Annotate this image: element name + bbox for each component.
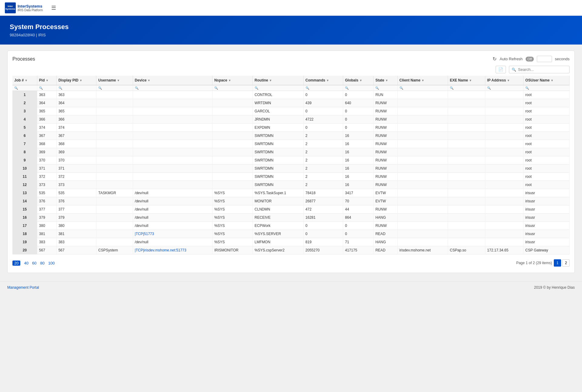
- cell-routine: ECPWork: [253, 222, 303, 230]
- table-row[interactable]: 7368368SWRTDMN216RUNWroot: [12, 140, 570, 148]
- cell-display_pid: 379: [56, 214, 96, 222]
- table-row[interactable]: 2364364WRTDMN439640RUNWroot: [12, 99, 570, 107]
- search-input[interactable]: [518, 67, 567, 72]
- cell-globals: 16: [343, 156, 373, 164]
- hamburger-menu[interactable]: ☰: [51, 5, 56, 11]
- table-row[interactable]: 19383383/dev/null%SYSLMFMON81971HANGiris…: [12, 238, 570, 246]
- processes-table: Job #▼ Pid▼ Display PID▼ Username▼ Devic…: [12, 76, 570, 254]
- cell-nspace: %SYS: [212, 197, 253, 205]
- col-device[interactable]: Device▼: [133, 76, 212, 85]
- page-size-80[interactable]: 80: [40, 261, 44, 266]
- cell-ip_address: [485, 107, 523, 115]
- table-row[interactable]: 20567567CSPSystem|TCP|irisdev.mshome.net…: [12, 246, 570, 254]
- cell-client_name: [397, 230, 448, 238]
- cell-routine: SWRTDMN: [253, 148, 303, 156]
- page-size-40[interactable]: 40: [24, 261, 28, 266]
- col-osuser-name[interactable]: OSUser Name▼: [523, 76, 570, 85]
- cell-osuser_name: irisusr: [523, 222, 570, 230]
- col-globals[interactable]: Globals▼: [343, 76, 373, 85]
- cell-pid: 369: [37, 148, 56, 156]
- cell-state: RUNW: [373, 205, 397, 214]
- table-row[interactable]: 14376376/dev/null%SYSMONITOR2687770EVTWi…: [12, 197, 570, 205]
- col-commands[interactable]: Commands▼: [303, 76, 343, 85]
- col-ip-address[interactable]: IP Address▼: [485, 76, 523, 85]
- col-username[interactable]: Username▼: [96, 76, 133, 85]
- cell-globals: 0: [343, 115, 373, 124]
- col-exe-name[interactable]: EXE Name▼: [448, 76, 485, 85]
- cell-nspace: [212, 181, 253, 189]
- cell-state: RUNW: [373, 181, 397, 189]
- cell-osuser_name: root: [523, 115, 570, 124]
- page-btn-1[interactable]: 1: [554, 259, 561, 267]
- cell-exe_name: [448, 222, 485, 230]
- cell-pid: 365: [37, 107, 56, 115]
- cell-device: [133, 132, 212, 140]
- cell-routine: MONITOR: [253, 197, 303, 205]
- table-row[interactable]: 4366366JRNDMN47220RUNWroot: [12, 115, 570, 124]
- table-row[interactable]: 11372372SWRTDMN216RUNWroot: [12, 173, 570, 181]
- table-row[interactable]: 13535535TASKMGR/dev/null%SYS%SYS.TaskSup…: [12, 189, 570, 197]
- cell-globals: 16: [343, 148, 373, 156]
- cell-device: [133, 156, 212, 164]
- table-row[interactable]: 12373373SWRTDMN216RUNWroot: [12, 181, 570, 189]
- cell-globals: 16: [343, 164, 373, 173]
- cell-username: [96, 205, 133, 214]
- cell-client_name: [397, 173, 448, 181]
- page-size-20[interactable]: 20: [12, 261, 20, 266]
- table-row[interactable]: 9370370SWRTDMN216RUNWroot: [12, 156, 570, 164]
- cell-state: RUNW: [373, 115, 397, 124]
- cell-routine: SWRTDMN: [253, 140, 303, 148]
- col-pid[interactable]: Pid▼: [37, 76, 56, 85]
- cell-exe_name: [448, 91, 485, 99]
- page-size-60[interactable]: 60: [32, 261, 36, 266]
- cell-commands: 2: [303, 173, 343, 181]
- cell-exe_name: [448, 181, 485, 189]
- auto-refresh-toggle[interactable]: Off: [526, 57, 534, 61]
- cell-pid: 376: [37, 197, 56, 205]
- refresh-button[interactable]: ↻: [493, 56, 497, 62]
- table-row[interactable]: 15377377/dev/null%SYSCLNDMN47244RUNWiris…: [12, 205, 570, 214]
- table-row[interactable]: 5374374EXPDMN00RUNWroot: [12, 124, 570, 132]
- table-row[interactable]: 17380380/dev/null%SYSECPWork00RUNWirisus…: [12, 222, 570, 230]
- col-job[interactable]: Job #▼: [12, 76, 37, 85]
- page-size-100[interactable]: 100: [48, 261, 55, 266]
- cell-commands: 0: [303, 124, 343, 132]
- cell-globals: 3417: [343, 189, 373, 197]
- cell-osuser_name: root: [523, 156, 570, 164]
- cell-state: RUNW: [373, 222, 397, 230]
- cell-commands: 0: [303, 230, 343, 238]
- cell-client_name: [397, 107, 448, 115]
- cell-state: HANG: [373, 214, 397, 222]
- cell-display_pid: 365: [56, 107, 96, 115]
- cell-routine: CONTROL: [253, 91, 303, 99]
- cell-client_name: [397, 181, 448, 189]
- col-nspace[interactable]: Nspace▼: [212, 76, 253, 85]
- col-display-pid[interactable]: Display PID▼: [56, 76, 96, 85]
- table-row[interactable]: 3365365GARCOL00RUNWroot: [12, 107, 570, 115]
- col-client-name[interactable]: Client Name▼: [397, 76, 448, 85]
- table-row[interactable]: 6367367SWRTDMN216RUNWroot: [12, 132, 570, 140]
- table-row[interactable]: 18381381|TCP|51773%SYS%SYS.SERVER00READi…: [12, 230, 570, 238]
- page-btn-2[interactable]: 2: [562, 259, 570, 267]
- seconds-input[interactable]: [537, 56, 552, 62]
- cell-job: 2: [12, 99, 37, 107]
- cell-username: [96, 156, 133, 164]
- cell-commands: 472: [303, 205, 343, 214]
- table-row[interactable]: 8369369SWRTDMN216RUNWroot: [12, 148, 570, 156]
- col-routine[interactable]: Routine▼: [253, 76, 303, 85]
- top-nav: InterSystems InterSystems IRIS Data Plat…: [0, 0, 582, 16]
- table-row[interactable]: 16379379/dev/null%SYSRECEIVE16281864HANG…: [12, 214, 570, 222]
- table-row[interactable]: 1363363CONTROL00RUNroot: [12, 91, 570, 99]
- cell-state: HANG: [373, 238, 397, 246]
- export-button[interactable]: 📄: [496, 66, 506, 73]
- cell-pid: 380: [37, 222, 56, 230]
- cell-nspace: %SYS: [212, 205, 253, 214]
- cell-client_name: [397, 115, 448, 124]
- cell-osuser_name: root: [523, 91, 570, 99]
- cell-pid: 363: [37, 91, 56, 99]
- col-state[interactable]: State▼: [373, 76, 397, 85]
- cell-osuser_name: root: [523, 173, 570, 181]
- cell-client_name: [397, 140, 448, 148]
- table-row[interactable]: 10371371SWRTDMN216RUNWroot: [12, 164, 570, 173]
- management-portal-link[interactable]: Management Portal: [7, 285, 39, 290]
